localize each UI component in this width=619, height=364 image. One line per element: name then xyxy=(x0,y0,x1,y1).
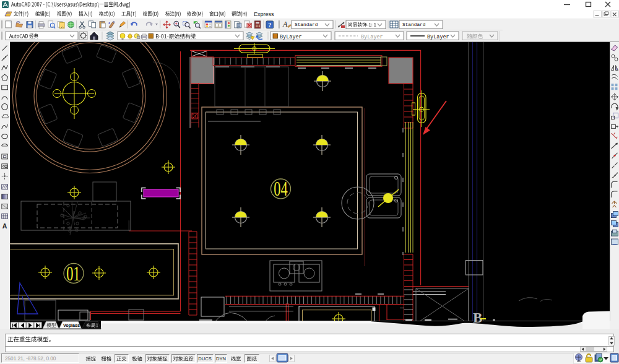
svg-text:DYN: DYN xyxy=(216,356,226,362)
svg-text:DUCS: DUCS xyxy=(198,356,212,362)
svg-text:ByLayer: ByLayer xyxy=(280,34,302,40)
svg-text:ByLayer: ByLayer xyxy=(361,34,383,40)
svg-text:Standard: Standard xyxy=(295,22,318,27)
svg-text:Standard: Standard xyxy=(402,22,425,27)
svg-text:Express: Express xyxy=(254,11,274,17)
svg-text:ByLayer: ByLayer xyxy=(427,34,449,40)
svg-text:2501.21, -878.52, 0.00: 2501.21, -878.52, 0.00 xyxy=(5,356,56,362)
